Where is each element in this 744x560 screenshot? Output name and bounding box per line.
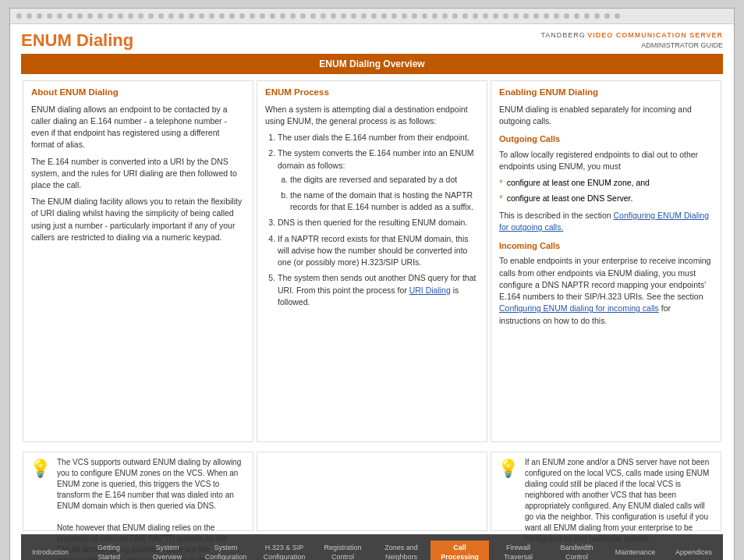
dot: [341, 13, 346, 19]
dot: [331, 13, 336, 19]
lightbulb-icon-3: 💡: [498, 457, 519, 481]
dot: [391, 13, 397, 19]
dot: [564, 13, 569, 19]
about-para-3: The ENUM dialing facility allows you to …: [31, 196, 245, 243]
nav-h323-sip[interactable]: H.323 & SIP Configuration: [255, 541, 314, 560]
nav-registration-control[interactable]: Registration Control: [314, 541, 372, 560]
dot: [361, 13, 367, 19]
tip-row: 💡 The VCS supports outward ENUM dialing …: [10, 448, 734, 534]
dot: [260, 13, 265, 19]
dot: [118, 13, 123, 19]
dot: [189, 13, 194, 19]
tip-box-3: 💡 If an ENUM zone and/or a DNS server ha…: [491, 452, 721, 531]
dot: [87, 13, 93, 19]
dot: [209, 13, 214, 19]
nav-system-configuration[interactable]: System Configuration: [197, 541, 255, 560]
dot: [97, 13, 103, 19]
sub-step-a: the digits are reversed and separated by…: [290, 174, 479, 186]
dot: [513, 13, 519, 19]
about-para-1: ENUM dialing allows an endpoint to be co…: [31, 104, 245, 151]
step-3: DNS is then queried for the resulting EN…: [278, 217, 479, 229]
dot: [290, 13, 296, 19]
dot: [442, 13, 448, 19]
dot: [168, 13, 174, 19]
page-header: ENUM Dialing TANDBERG VIDEO COMMUNICATIO…: [10, 24, 734, 54]
dot: [108, 13, 113, 19]
dot: [158, 13, 164, 19]
incoming-enum-link[interactable]: Configuring ENUM dialing for incoming ca…: [499, 303, 659, 313]
dot: [27, 13, 32, 19]
dot: [493, 13, 498, 19]
dot: [554, 13, 559, 19]
sub-steps: the digits are reversed and separated by…: [278, 174, 479, 214]
dot: [483, 13, 488, 19]
dot: [574, 13, 579, 19]
nav-system-overview[interactable]: System Overview: [138, 541, 197, 560]
dot: [128, 13, 133, 19]
dot: [37, 13, 42, 19]
enabling-enum-heading: Enabling ENUM Dialing: [499, 86, 713, 99]
about-enum-heading: About ENUM Dialing: [31, 86, 245, 99]
dot: [533, 13, 539, 19]
about-para-2: The E.164 number is converted into a URI…: [31, 156, 245, 192]
incoming-calls-heading: Incoming Calls: [499, 240, 713, 253]
dot: [179, 13, 184, 19]
outgoing-bullet-2: * configure at least one DNS Server.: [499, 193, 713, 206]
enum-process-heading: ENUM Process: [265, 86, 479, 99]
dot: [67, 13, 73, 19]
nav-appendices[interactable]: Appendices: [664, 545, 723, 560]
dot: [432, 13, 438, 19]
bullet-icon: *: [499, 193, 503, 206]
enum-process-column: ENUM Process When a system is attempting…: [257, 80, 487, 442]
dot: [523, 13, 529, 19]
enum-process-intro: When a system is attempting dial a desti…: [265, 104, 479, 127]
dot: [239, 13, 245, 19]
dot: [402, 13, 407, 19]
lightbulb-icon-1: 💡: [30, 457, 51, 481]
dot: [544, 13, 549, 19]
outgoing-calls-heading: Outgoing Calls: [499, 133, 713, 146]
nav-firewall-traversal[interactable]: Firewall Traversal: [489, 541, 547, 560]
dot: [473, 13, 478, 19]
dot: [604, 13, 610, 19]
outgoing-intro: To allow locally registered endpoints to…: [499, 149, 713, 172]
brand-product: VIDEO COMMUNICATION SERVER: [587, 31, 723, 39]
nav-getting-started[interactable]: Getting Started: [80, 541, 138, 560]
uri-dialing-link[interactable]: URI Dialing: [409, 285, 451, 295]
nav-bandwidth-control[interactable]: Bandwidth Control: [547, 541, 606, 560]
dot: [321, 13, 326, 19]
dot: [229, 13, 235, 19]
dot: [219, 13, 225, 19]
dot: [138, 13, 143, 19]
dot: [422, 13, 427, 19]
dot: [77, 13, 83, 19]
nav-zones-neighbors[interactable]: Zones and Neighbors: [372, 541, 430, 560]
nav-call-processing[interactable]: Call Processing: [430, 541, 489, 560]
dot: [310, 13, 316, 19]
dot: [270, 13, 275, 19]
nav-introduction[interactable]: Introduction: [21, 545, 80, 560]
dot: [381, 13, 387, 19]
enum-steps-list: The user dials the E.164 number from the…: [265, 132, 479, 308]
top-decorative-bar: [10, 9, 734, 24]
about-enum-column: About ENUM Dialing ENUM dialing allows a…: [23, 80, 253, 442]
dot: [250, 13, 255, 19]
tip-box-2-empty: [257, 452, 487, 531]
enabling-intro: ENUM dialing is enabled separately for i…: [499, 104, 713, 127]
dot: [594, 13, 600, 19]
dot: [47, 13, 52, 19]
dot: [57, 13, 62, 19]
outgoing-link-para: This is described in the section Configu…: [499, 210, 713, 233]
dot: [351, 13, 356, 19]
outgoing-bullet-1: * configure at least one ENUM zone, and: [499, 177, 713, 190]
step-1: The user dials the E.164 number from the…: [278, 132, 479, 144]
nav-maintenance[interactable]: Maintenance: [606, 545, 664, 560]
dot: [584, 13, 590, 19]
dot: [462, 13, 468, 19]
brand-info: TANDBERG VIDEO COMMUNICATION SERVER ADMI…: [540, 30, 723, 50]
dot: [300, 13, 306, 19]
tip-box-1: 💡 The VCS supports outward ENUM dialing …: [23, 452, 253, 531]
brand-name: TANDBERG: [540, 31, 585, 39]
dot: [280, 13, 285, 19]
dot: [148, 13, 154, 19]
